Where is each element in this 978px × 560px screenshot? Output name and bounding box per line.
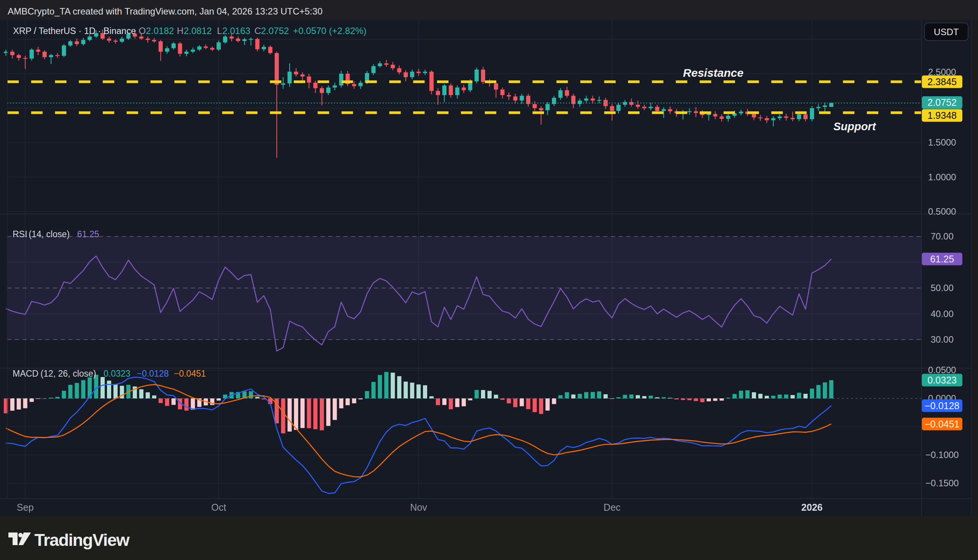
svg-text:2.0752: 2.0752 — [928, 97, 956, 108]
svg-text:50.00: 50.00 — [931, 283, 953, 293]
svg-text:Nov: Nov — [410, 502, 427, 513]
svg-text:C: C — [255, 26, 261, 36]
svg-text:61.25: 61.25 — [930, 253, 954, 264]
svg-text:Sep: Sep — [17, 502, 33, 513]
svg-text:0.5000: 0.5000 — [928, 206, 956, 217]
svg-text:Support: Support — [833, 120, 876, 133]
svg-text:2.3845: 2.3845 — [928, 77, 956, 87]
svg-text:0.0323: 0.0323 — [928, 375, 956, 385]
svg-text:30.00: 30.00 — [931, 334, 953, 345]
svg-text:−0.1500: −0.1500 — [925, 478, 958, 488]
svg-text:−0.0128: −0.0128 — [137, 368, 169, 378]
svg-text:(12, 26, close): (12, 26, close) — [40, 368, 96, 378]
svg-text:Resistance: Resistance — [683, 67, 743, 79]
svg-text:+0.0570 (+2.82%): +0.0570 (+2.82%) — [293, 26, 367, 36]
svg-text:MACD: MACD — [13, 368, 38, 378]
svg-text:USDT: USDT — [934, 27, 959, 37]
svg-text:XRP / TetherUS · 1D · Binance: XRP / TetherUS · 1D · Binance — [13, 26, 136, 36]
svg-text:2.0812: 2.0812 — [184, 26, 212, 36]
svg-text:H: H — [177, 26, 183, 36]
svg-text:L: L — [217, 26, 222, 36]
svg-text:O: O — [139, 26, 146, 36]
svg-text:40.00: 40.00 — [931, 308, 953, 319]
svg-text:TradingView: TradingView — [34, 530, 130, 550]
svg-text:2.0752: 2.0752 — [261, 26, 289, 36]
svg-text:1.5000: 1.5000 — [928, 137, 956, 147]
svg-text:RSI: RSI — [13, 229, 27, 239]
svg-text:0.0323: 0.0323 — [103, 368, 130, 378]
svg-text:Oct: Oct — [211, 502, 226, 513]
svg-text:−0.1000: −0.1000 — [925, 450, 958, 460]
svg-text:0.0500: 0.0500 — [928, 365, 956, 375]
svg-text:70.00: 70.00 — [931, 231, 953, 242]
svg-text:−0.0451: −0.0451 — [925, 419, 959, 429]
svg-text:(14, close): (14, close) — [29, 229, 70, 239]
svg-text:2026: 2026 — [801, 502, 823, 513]
svg-text:2.0182: 2.0182 — [146, 26, 174, 36]
svg-text:1.0000: 1.0000 — [928, 172, 956, 182]
svg-text:−0.0451: −0.0451 — [174, 368, 206, 378]
svg-text:AMBCrypto_TA created with Trad: AMBCrypto_TA created with TradingView.co… — [8, 6, 322, 17]
svg-text:2.0163: 2.0163 — [222, 26, 250, 36]
svg-text:1.9348: 1.9348 — [928, 110, 956, 121]
svg-text:−0.0128: −0.0128 — [925, 400, 959, 411]
svg-text:61.25: 61.25 — [77, 229, 99, 239]
svg-text:Dec: Dec — [604, 502, 620, 513]
